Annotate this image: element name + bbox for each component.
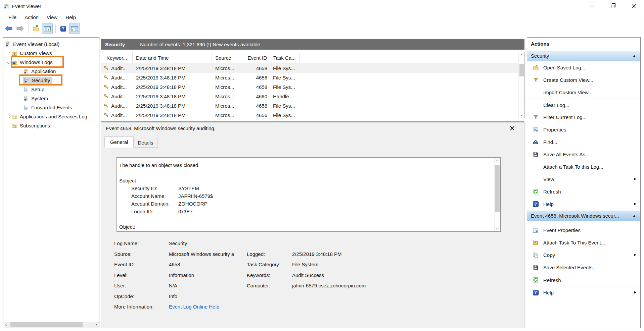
tab-details[interactable]: Details (134, 138, 157, 148)
log-icon (23, 96, 29, 102)
action-filter-current-log[interactable]: Filter Current Log... (527, 111, 640, 123)
event-description-box[interactable]: The handle to an object was closed. Subj… (117, 157, 501, 232)
event-row[interactable]: Audit... 2/25/2019 3:48:18 PM Micros... … (101, 82, 524, 92)
minimize-icon (590, 6, 594, 6)
event-preview-pane: Event 4658, Microsoft Windows security a… (101, 121, 524, 328)
help-icon (60, 26, 66, 32)
action-import-custom-view[interactable]: Import Custom View... (527, 86, 640, 99)
tree-item-system[interactable]: System (3, 94, 99, 103)
scroll-up-icon[interactable] (495, 158, 500, 164)
collapse-icon[interactable] (633, 215, 636, 217)
event-log-online-help-link[interactable]: Event Log Online Help (169, 304, 219, 310)
event-row[interactable]: Audit... 2/25/2019 3:48:18 PM Micros... … (101, 110, 524, 118)
task-icon (531, 240, 540, 246)
event-row[interactable]: Audit... 2/25/2019 3:48:18 PM Micros... … (101, 92, 524, 101)
event-row[interactable]: Audit... 2/25/2019 3:48:18 PM Micros... … (101, 73, 524, 82)
expander-collapsed-icon[interactable] (6, 115, 11, 118)
action-attach-task-to-log[interactable]: Attach a Task To this Log... (527, 161, 640, 173)
event-list: Keywor... Date and Time Source Event ID … (101, 52, 524, 118)
action-clear-log[interactable]: Clear Log... (527, 99, 640, 111)
refresh-icon (531, 277, 540, 283)
column-header-keywords[interactable]: Keywor... (101, 52, 133, 63)
filter-icon (531, 77, 540, 83)
event-viewer-window: Event Viewer File Action View Help (0, 0, 644, 331)
menu-action[interactable]: Action (20, 13, 43, 21)
scrollbar-thumb[interactable] (519, 64, 524, 76)
menu-file[interactable]: File (4, 13, 20, 21)
scroll-up-icon[interactable] (519, 52, 524, 58)
action-attach-task-to-event[interactable]: Attach Task To This Event... (527, 236, 640, 249)
title-bar: Event Viewer (0, 0, 644, 12)
help-icon (533, 201, 539, 207)
action-event-properties[interactable]: Event Properties (527, 224, 640, 236)
action-properties[interactable]: Properties (527, 123, 640, 136)
menu-help[interactable]: Help (61, 13, 80, 21)
action-create-custom-view[interactable]: Create Custom View... (527, 74, 640, 86)
log-icon (23, 68, 29, 74)
tree-item-setup[interactable]: Setup (3, 85, 99, 94)
properties-icon (531, 227, 540, 233)
restore-button[interactable] (602, 0, 623, 12)
open-folder-icon (531, 65, 540, 71)
log-header-bar: Security Number of events: 1,321,890 (!)… (101, 39, 524, 50)
close-button[interactable] (623, 0, 644, 12)
action-find[interactable]: Find... (527, 136, 640, 148)
description-scrollbar[interactable] (494, 158, 500, 231)
toolbar-action-pane-toggle[interactable] (69, 23, 80, 34)
toolbar-separator (28, 24, 29, 33)
folder-export-icon (33, 25, 39, 32)
expander-collapsed-icon[interactable] (6, 52, 11, 54)
tree-item-forwarded-events[interactable]: Forwarded Events (3, 103, 99, 112)
toolbar-forward-button[interactable] (15, 23, 26, 34)
scrollbar-thumb[interactable] (495, 165, 500, 212)
scroll-left-icon[interactable] (4, 322, 9, 328)
help-icon (533, 290, 539, 295)
actions-group-event[interactable]: Event 4658, Microsoft Windows secur... (527, 210, 640, 221)
action-open-saved-log[interactable]: Open Saved Log... (527, 61, 640, 74)
column-header-event-id[interactable]: Event ID (241, 52, 270, 63)
menu-bar: File Action View Help (0, 12, 644, 22)
console-tree-panel: Event Viewer (Local) Custom Views Window… (3, 37, 99, 328)
event-list-scrollbar[interactable] (518, 52, 524, 118)
scroll-right-icon[interactable] (93, 322, 99, 328)
event-row[interactable]: Audit... 2/25/2019 3:48:18 PM Micros... … (101, 63, 524, 73)
column-header-source[interactable]: Source (212, 52, 241, 63)
action-view[interactable]: View (527, 173, 640, 185)
pane-splitter[interactable] (525, 37, 525, 328)
menu-view[interactable]: View (43, 13, 61, 21)
actions-group-security[interactable]: Security (527, 50, 640, 61)
copy-icon (531, 252, 540, 258)
tree-item-applications-and-services[interactable]: Applications and Services Log (3, 112, 99, 121)
minimize-button[interactable] (582, 0, 602, 12)
scroll-down-icon[interactable] (519, 112, 524, 118)
close-icon (632, 4, 636, 8)
column-header-date[interactable]: Date and Time (133, 52, 212, 63)
floppy-icon (531, 265, 540, 271)
toolbar-export-button[interactable] (31, 23, 41, 34)
action-save-selected-events[interactable]: Save Selected Events... (527, 261, 640, 274)
event-row[interactable]: Audit... 2/25/2019 3:48:18 PM Micros... … (101, 101, 524, 110)
toolbar-console-tree-toggle[interactable] (42, 23, 53, 34)
action-refresh[interactable]: Refresh (527, 185, 640, 198)
toolbar-back-button[interactable] (3, 23, 14, 34)
scroll-down-icon[interactable] (495, 225, 500, 231)
tree-item-event-viewer-local[interactable]: Event Viewer (Local) (3, 40, 99, 49)
action-help-event[interactable]: Help (527, 286, 640, 298)
preview-close-button[interactable] (509, 125, 515, 131)
apps-services-folder-icon (11, 114, 17, 120)
action-pane-icon (71, 25, 78, 32)
action-copy[interactable]: Copy (527, 249, 640, 261)
binoculars-icon (531, 139, 540, 145)
submenu-arrow-icon (634, 203, 636, 205)
action-help[interactable]: Help (527, 198, 640, 210)
tree-item-subscriptions[interactable]: Subscriptions (3, 121, 99, 130)
log-summary: Number of events: 1,321,890 (!) New even… (140, 42, 260, 47)
collapse-icon[interactable] (633, 55, 636, 57)
toolbar-help-button[interactable] (58, 23, 68, 34)
action-save-all-events-as[interactable]: Save All Events As... (527, 148, 640, 161)
column-header-task-category[interactable]: Task Ca... (270, 52, 300, 63)
scrollbar-thumb[interactable] (10, 322, 83, 327)
action-refresh-event[interactable]: Refresh (527, 274, 640, 286)
tab-general[interactable]: General (104, 136, 134, 148)
tree-horizontal-scrollbar[interactable] (4, 322, 99, 328)
